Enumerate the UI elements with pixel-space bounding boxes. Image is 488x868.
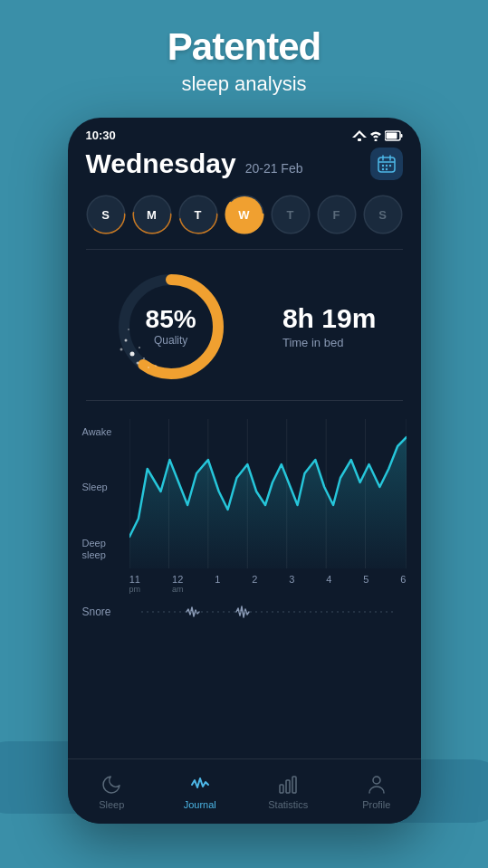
- signal-icon: [352, 130, 367, 141]
- time-in-bed-value: 8h 19m: [282, 305, 376, 332]
- time-label-3: 3: [289, 574, 294, 594]
- day-label-m: M: [134, 196, 170, 233]
- quality-label: Quality: [146, 334, 196, 347]
- calendar-icon: [378, 155, 396, 173]
- svg-point-32: [128, 329, 129, 330]
- quality-percentage: 85%: [146, 307, 196, 332]
- quality-donut: 85% Quality: [112, 268, 230, 386]
- hero-subtitle: sleep analysis: [0, 72, 488, 96]
- svg-point-34: [148, 367, 149, 368]
- day-f[interactable]: F: [317, 195, 357, 234]
- svg-point-11: [385, 165, 387, 167]
- svg-point-28: [129, 352, 134, 357]
- day-s2[interactable]: S: [363, 195, 403, 234]
- quality-center: 85% Quality: [146, 307, 196, 347]
- snore-label: Snore: [82, 606, 129, 618]
- battery-icon: [385, 130, 403, 141]
- wifi-icon: [370, 130, 381, 141]
- svg-point-35: [120, 348, 122, 351]
- svg-point-29: [124, 339, 127, 342]
- status-bar: 10:30: [68, 118, 421, 148]
- day-t2[interactable]: T: [271, 195, 311, 234]
- day-s1[interactable]: S: [86, 195, 126, 234]
- status-time: 10:30: [86, 129, 116, 142]
- svg-rect-46: [280, 785, 283, 793]
- svg-point-14: [385, 168, 387, 170]
- time-label-2: 2: [252, 574, 257, 594]
- svg-point-33: [139, 347, 140, 348]
- day-label-w: W: [226, 196, 263, 233]
- status-icons: [352, 130, 403, 141]
- nav-profile[interactable]: Profile: [332, 774, 421, 810]
- day-date: 20-21 Feb: [245, 161, 303, 176]
- svg-point-13: [381, 168, 383, 170]
- nav-statistics-label: Statistics: [268, 799, 308, 810]
- nav-journal-label: Journal: [184, 799, 216, 810]
- svg-point-30: [136, 362, 139, 365]
- calendar-button[interactable]: [370, 148, 403, 180]
- svg-point-49: [373, 777, 380, 784]
- svg-rect-1: [358, 138, 361, 141]
- day-m[interactable]: M: [132, 195, 172, 234]
- person-icon: [366, 774, 388, 796]
- main-content: Wednesday 20-21 Feb: [68, 148, 421, 621]
- phone-frame: 10:30 Wednesday 20-21: [68, 118, 421, 824]
- day-t1[interactable]: T: [178, 195, 218, 234]
- hero-header: Patented sleep analysis: [0, 0, 488, 96]
- day-header: Wednesday 20-21 Feb: [86, 148, 403, 180]
- day-name: Wednesday: [86, 148, 236, 179]
- svg-rect-48: [292, 777, 296, 793]
- nav-statistics[interactable]: Statistics: [244, 774, 333, 810]
- svg-rect-47: [286, 780, 290, 793]
- sleep-stats: 85% Quality 8h 19m Time in bed: [86, 268, 403, 401]
- nav-sleep[interactable]: Sleep: [68, 774, 157, 810]
- time-label-4: 4: [326, 574, 331, 594]
- day-label-t2: T: [273, 196, 309, 233]
- time-label-12: 12am: [172, 574, 184, 594]
- snore-wave-svg: [129, 603, 407, 621]
- nav-journal[interactable]: Journal: [156, 774, 244, 810]
- time-in-bed: 8h 19m Time in bed: [282, 305, 376, 349]
- svg-point-2: [374, 138, 377, 141]
- hero-title: Patented: [0, 25, 488, 69]
- snore-row: Snore: [82, 603, 407, 621]
- time-label-11: 11pm: [129, 574, 141, 594]
- bar-chart-icon: [277, 774, 299, 796]
- journal-wave-icon: [189, 774, 211, 796]
- day-label-t1: T: [180, 196, 216, 233]
- day-w[interactable]: W: [225, 195, 264, 234]
- day-label-f: F: [319, 196, 355, 233]
- time-label-1: 1: [215, 574, 220, 594]
- day-label-s2: S: [365, 196, 401, 233]
- time-in-bed-label: Time in bed: [282, 336, 376, 349]
- svg-point-10: [381, 165, 383, 167]
- day-label-s1: S: [88, 196, 124, 233]
- svg-marker-0: [352, 130, 367, 138]
- svg-point-12: [388, 165, 390, 167]
- svg-point-36: [155, 365, 157, 367]
- time-label-5: 5: [363, 574, 368, 594]
- sleep-chart: Awake Sleep Deepsleep: [82, 419, 407, 621]
- svg-rect-4: [386, 132, 397, 138]
- time-label-6: 6: [400, 574, 406, 594]
- snore-wave: [129, 603, 407, 621]
- y-label-awake: Awake: [82, 426, 129, 437]
- day-title-group: Wednesday 20-21 Feb: [86, 148, 303, 179]
- svg-point-31: [143, 358, 145, 359]
- y-label-sleep: Sleep: [82, 482, 129, 492]
- y-label-deep: Deepsleep: [82, 538, 129, 561]
- sleep-line-svg: [129, 419, 407, 568]
- day-selector: S M T: [86, 195, 403, 250]
- nav-profile-label: Profile: [362, 799, 390, 810]
- nav-sleep-label: Sleep: [99, 799, 124, 810]
- moon-icon: [100, 774, 122, 796]
- bottom-nav: Sleep Journal Statistics Profile: [68, 758, 421, 824]
- svg-rect-5: [400, 134, 402, 138]
